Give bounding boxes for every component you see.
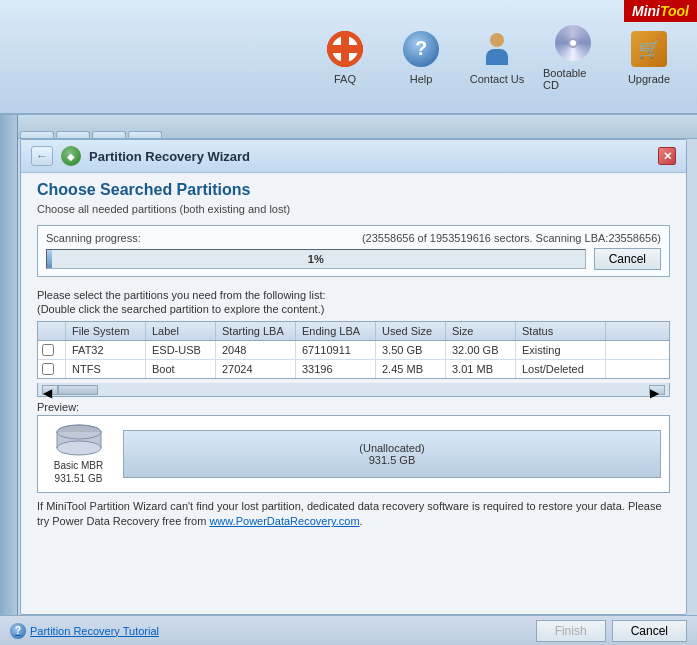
back-button[interactable]: ← [31,146,53,166]
instruction-text-1: Please select the partitions you need fr… [21,285,686,303]
col-header-label: Label [146,322,216,340]
logo-mini: Mini [632,3,660,19]
col-header-filesystem: File System [66,322,146,340]
tab-1[interactable] [20,131,54,138]
tab-2[interactable] [56,131,90,138]
faq-icon [325,29,365,69]
dialog-title-left: ← ◆ Partition Recovery Wizard [31,146,250,166]
progress-section: Scanning progress: (23558656 of 19535196… [37,225,670,277]
progress-info: (23558656 of 1953519616 sectors. Scannin… [362,232,661,244]
table-header-row: File System Label Starting LBA Ending LB… [38,322,669,341]
row2-label: Boot [146,360,216,378]
row1-checkbox[interactable] [42,344,54,356]
row2-checkbox-cell [38,360,66,378]
table-scrollbar[interactable]: ◀ ▶ [37,383,670,397]
scroll-left-arrow[interactable]: ◀ [42,385,58,395]
instruction-text-2: (Double click the searched partition to … [21,303,686,317]
toolbar-upgrade[interactable]: 🛒 Upgrade [619,29,679,85]
toolbar-bootable-label: Bootable CD [543,67,603,91]
row1-checkbox-cell [38,341,66,359]
progress-bar-container: 1% Cancel [46,248,661,270]
row1-ending-lba: 67110911 [296,341,376,359]
preview-box: Basic MBR 931.51 GB (Unallocated) 931.5 … [37,415,670,493]
cancel-button[interactable]: Cancel [612,620,687,642]
dialog-area: ← ◆ Partition Recovery Wizard ✕ Choose S… [20,139,687,615]
row1-size: 32.00 GB [446,341,516,359]
row2-used-size: 2.45 MB [376,360,446,378]
logo-tool: Tool [660,3,689,19]
progress-bar-text: 1% [308,253,324,265]
tutorial-help-icon: ? [10,623,26,639]
col-header-starting-lba: Starting LBA [216,322,296,340]
info-link[interactable]: www.PowerDataRecovery.com [209,515,359,527]
disk-label: Basic MBR [54,460,103,471]
toolbar-contact-label: Contact Us [470,73,524,85]
tutorial-link[interactable]: ? Partition Recovery Tutorial [10,623,159,639]
unallocated-text: (Unallocated) [359,442,424,454]
info-text: If MiniTool Partition Wizard can't find … [21,493,686,534]
row1-status: Existing [516,341,606,359]
row1-used-size: 3.50 GB [376,341,446,359]
table-row[interactable]: FAT32 ESD-USB 2048 67110911 3.50 GB 32.0… [38,341,669,360]
row1-filesystem: FAT32 [66,341,146,359]
row2-ending-lba: 33196 [296,360,376,378]
progress-bar-background: 1% [46,249,586,269]
help-icon: ? [401,29,441,69]
toolbar-contact[interactable]: Contact Us [467,29,527,85]
tab-bar [0,115,697,139]
tab-4[interactable] [128,131,162,138]
unallocated-size: 931.5 GB [369,454,415,466]
info-text-period: . [360,515,363,527]
toolbar-faq[interactable]: FAQ [315,29,375,85]
col-header-size: Size [446,322,516,340]
row2-filesystem: NTFS [66,360,146,378]
bottom-buttons: Finish Cancel [536,620,687,642]
col-header-check [38,322,66,340]
row2-size: 3.01 MB [446,360,516,378]
partition-table: File System Label Starting LBA Ending LB… [37,321,670,379]
bottom-bar: ? Partition Recovery Tutorial Finish Can… [0,615,697,645]
left-sidebar [0,115,18,615]
unallocated-bar: (Unallocated) 931.5 GB [123,430,661,478]
finish-button[interactable]: Finish [536,620,606,642]
progress-bar-fill [47,250,52,268]
disk-icon-area: Basic MBR 931.51 GB [46,424,111,484]
close-button[interactable]: ✕ [658,147,676,165]
progress-header: Scanning progress: (23558656 of 19535196… [46,232,661,244]
toolbar: MiniTool FAQ ? Help Contact Us Bootable … [0,0,697,115]
col-header-ending-lba: Ending LBA [296,322,376,340]
dialog-content: Choose Searched Partitions Choose all ne… [21,173,686,614]
row2-starting-lba: 27024 [216,360,296,378]
toolbar-bootable[interactable]: Bootable CD [543,23,603,91]
dialog-title-text: Partition Recovery Wizard [89,149,250,164]
scroll-thumb[interactable] [58,385,98,395]
row2-checkbox[interactable] [42,363,54,375]
row1-label: ESD-USB [146,341,216,359]
row2-status: Lost/Deleted [516,360,606,378]
section-heading: Choose Searched Partitions [21,173,686,201]
col-header-status: Status [516,322,606,340]
tab-3[interactable] [92,131,126,138]
disk-icon [55,424,103,458]
section-subtext: Choose all needed partitions (both exist… [21,201,686,221]
col-header-used-size: Used Size [376,322,446,340]
table-row[interactable]: NTFS Boot 27024 33196 2.45 MB 3.01 MB Lo… [38,360,669,378]
toolbar-upgrade-label: Upgrade [628,73,670,85]
preview-label: Preview: [21,397,686,415]
bootable-cd-icon [553,23,593,63]
dialog-titlebar: ← ◆ Partition Recovery Wizard ✕ [21,140,686,173]
disk-size: 931.51 GB [55,473,103,484]
toolbar-faq-label: FAQ [334,73,356,85]
contact-icon [477,29,517,69]
scroll-right-arrow[interactable]: ▶ [649,385,665,395]
upgrade-icon: 🛒 [629,29,669,69]
progress-label: Scanning progress: [46,232,141,244]
wizard-icon: ◆ [61,146,81,166]
toolbar-help-label: Help [410,73,433,85]
tutorial-label: Partition Recovery Tutorial [30,625,159,637]
progress-cancel-button[interactable]: Cancel [594,248,661,270]
toolbar-help[interactable]: ? Help [391,29,451,85]
row1-starting-lba: 2048 [216,341,296,359]
svg-point-2 [57,441,101,455]
minitool-logo: MiniTool [624,0,697,22]
